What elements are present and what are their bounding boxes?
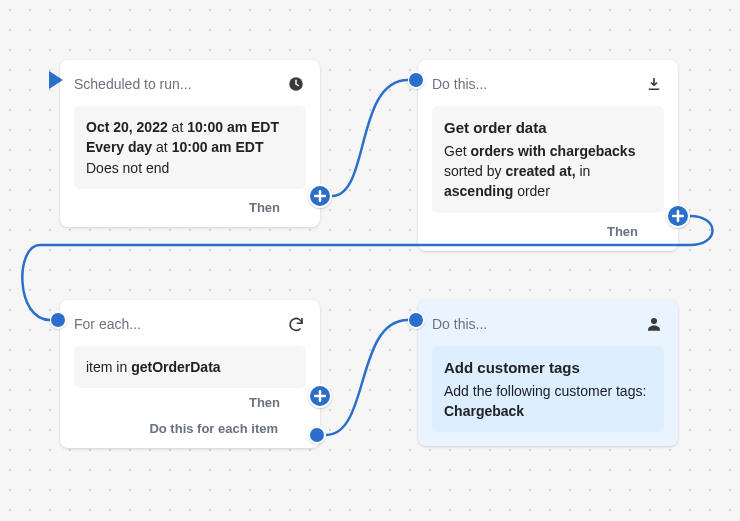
- card-add-customer-tags[interactable]: Do this... Add customer tags Add the fol…: [418, 300, 678, 446]
- card-title: For each...: [74, 316, 141, 332]
- person-icon: [644, 314, 664, 334]
- add-step-button[interactable]: [308, 384, 332, 408]
- card-title: Do this...: [432, 76, 487, 92]
- card-for-each[interactable]: For each... item in getOrderData Then Do…: [60, 300, 320, 448]
- then-label: Then: [249, 395, 280, 410]
- card-title: Scheduled to run...: [74, 76, 192, 92]
- each-label: Do this for each item: [149, 421, 278, 436]
- clock-icon: [286, 74, 306, 94]
- card-header: Do this...: [432, 74, 664, 94]
- download-icon: [644, 74, 664, 94]
- node-dot: [407, 311, 425, 329]
- card-body: item in getOrderData: [74, 346, 306, 388]
- svg-point-1: [651, 318, 657, 324]
- play-icon: [49, 71, 63, 89]
- card-body: Add customer tags Add the following cust…: [432, 346, 664, 432]
- node-dot: [308, 426, 326, 444]
- card-body: Get order data Get orders with chargebac…: [432, 106, 664, 213]
- card-title: Do this...: [432, 316, 487, 332]
- body-title: Add customer tags: [444, 357, 652, 379]
- card-get-order-data[interactable]: Do this... Get order data Get orders wit…: [418, 60, 678, 251]
- card-scheduled[interactable]: Scheduled to run... Oct 20, 2022 at 10:0…: [60, 60, 320, 227]
- refresh-icon: [286, 314, 306, 334]
- body-title: Get order data: [444, 117, 652, 139]
- then-label: Then: [607, 224, 638, 239]
- node-dot: [49, 311, 67, 329]
- add-step-button[interactable]: [308, 184, 332, 208]
- card-body: Oct 20, 2022 at 10:00 am EDT Every day a…: [74, 106, 306, 189]
- card-header: Scheduled to run...: [74, 74, 306, 94]
- card-header: Do this...: [432, 314, 664, 334]
- add-step-button[interactable]: [666, 204, 690, 228]
- then-label: Then: [249, 200, 280, 215]
- node-dot: [407, 71, 425, 89]
- card-header: For each...: [74, 314, 306, 334]
